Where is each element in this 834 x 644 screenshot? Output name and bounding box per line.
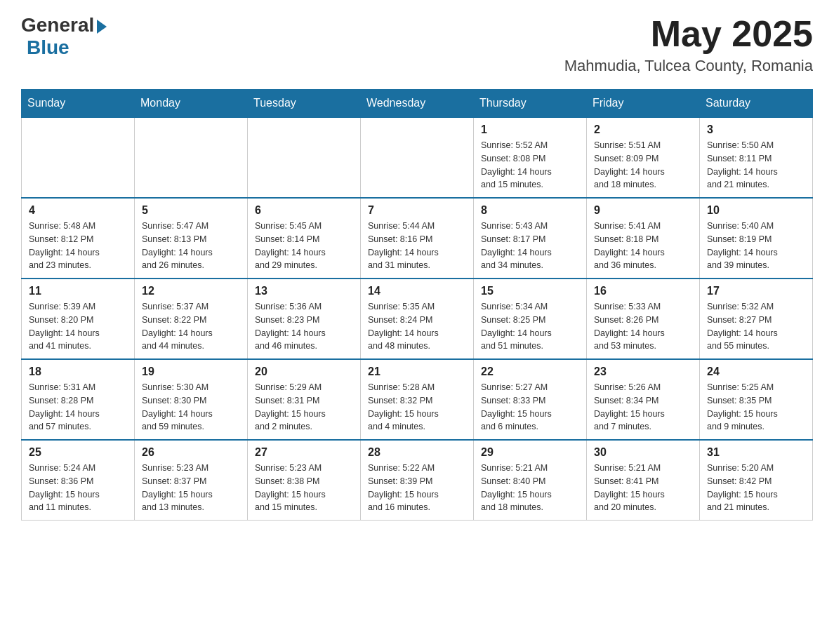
calendar-cell xyxy=(361,117,474,198)
calendar-cell xyxy=(135,117,248,198)
calendar-cell: 27Sunrise: 5:23 AM Sunset: 8:38 PM Dayli… xyxy=(248,440,361,521)
day-number: 29 xyxy=(481,446,579,459)
day-number: 12 xyxy=(142,285,240,297)
weekday-header-saturday: Saturday xyxy=(700,90,813,118)
day-number: 20 xyxy=(255,365,353,378)
calendar-cell: 5Sunrise: 5:47 AM Sunset: 8:13 PM Daylig… xyxy=(135,198,248,279)
day-number: 10 xyxy=(707,204,805,217)
day-info: Sunrise: 5:45 AM Sunset: 8:14 PM Dayligh… xyxy=(255,220,353,272)
calendar-cell xyxy=(22,117,135,198)
day-number: 21 xyxy=(368,365,466,378)
calendar-cell: 4Sunrise: 5:48 AM Sunset: 8:12 PM Daylig… xyxy=(22,198,135,279)
day-number: 1 xyxy=(481,123,579,136)
day-info: Sunrise: 5:40 AM Sunset: 8:19 PM Dayligh… xyxy=(707,220,805,272)
day-number: 16 xyxy=(594,285,692,297)
calendar-cell: 6Sunrise: 5:45 AM Sunset: 8:14 PM Daylig… xyxy=(248,198,361,279)
calendar-cell: 14Sunrise: 5:35 AM Sunset: 8:24 PM Dayli… xyxy=(361,279,474,359)
day-number: 23 xyxy=(594,365,692,378)
calendar-cell: 22Sunrise: 5:27 AM Sunset: 8:33 PM Dayli… xyxy=(474,359,587,440)
day-number: 4 xyxy=(29,204,127,217)
day-info: Sunrise: 5:39 AM Sunset: 8:20 PM Dayligh… xyxy=(29,300,127,353)
day-info: Sunrise: 5:48 AM Sunset: 8:12 PM Dayligh… xyxy=(29,220,127,272)
calendar-cell: 19Sunrise: 5:30 AM Sunset: 8:30 PM Dayli… xyxy=(135,359,248,440)
day-info: Sunrise: 5:24 AM Sunset: 8:36 PM Dayligh… xyxy=(29,462,127,514)
calendar-cell: 17Sunrise: 5:32 AM Sunset: 8:27 PM Dayli… xyxy=(700,279,813,359)
calendar-cell: 7Sunrise: 5:44 AM Sunset: 8:16 PM Daylig… xyxy=(361,198,474,279)
calendar-cell: 2Sunrise: 5:51 AM Sunset: 8:09 PM Daylig… xyxy=(587,117,700,198)
calendar-cell: 12Sunrise: 5:37 AM Sunset: 8:22 PM Dayli… xyxy=(135,279,248,359)
day-info: Sunrise: 5:36 AM Sunset: 8:23 PM Dayligh… xyxy=(255,300,353,353)
calendar-cell: 28Sunrise: 5:22 AM Sunset: 8:39 PM Dayli… xyxy=(361,440,474,521)
week-row-4: 18Sunrise: 5:31 AM Sunset: 8:28 PM Dayli… xyxy=(22,359,813,440)
weekday-header-monday: Monday xyxy=(135,90,248,118)
day-info: Sunrise: 5:28 AM Sunset: 8:32 PM Dayligh… xyxy=(368,381,466,434)
day-number: 15 xyxy=(481,285,579,297)
day-info: Sunrise: 5:20 AM Sunset: 8:42 PM Dayligh… xyxy=(707,462,805,514)
calendar-cell: 1Sunrise: 5:52 AM Sunset: 8:08 PM Daylig… xyxy=(474,117,587,198)
week-row-5: 25Sunrise: 5:24 AM Sunset: 8:36 PM Dayli… xyxy=(22,440,813,521)
weekday-header-sunday: Sunday xyxy=(22,90,135,118)
day-info: Sunrise: 5:26 AM Sunset: 8:34 PM Dayligh… xyxy=(594,381,692,434)
day-number: 7 xyxy=(368,204,466,217)
calendar-cell: 31Sunrise: 5:20 AM Sunset: 8:42 PM Dayli… xyxy=(700,440,813,521)
logo-arrow-icon xyxy=(97,20,107,34)
day-number: 14 xyxy=(368,285,466,297)
day-number: 13 xyxy=(255,285,353,297)
day-info: Sunrise: 5:33 AM Sunset: 8:26 PM Dayligh… xyxy=(594,300,692,353)
day-info: Sunrise: 5:31 AM Sunset: 8:28 PM Dayligh… xyxy=(29,381,127,434)
logo-general-text: General xyxy=(21,14,94,36)
day-info: Sunrise: 5:34 AM Sunset: 8:25 PM Dayligh… xyxy=(481,300,579,353)
weekday-header-row: SundayMondayTuesdayWednesdayThursdayFrid… xyxy=(22,90,813,118)
day-info: Sunrise: 5:25 AM Sunset: 8:35 PM Dayligh… xyxy=(707,381,805,434)
location-subtitle: Mahmudia, Tulcea County, Romania xyxy=(564,57,813,75)
day-info: Sunrise: 5:50 AM Sunset: 8:11 PM Dayligh… xyxy=(707,139,805,192)
day-info: Sunrise: 5:35 AM Sunset: 8:24 PM Dayligh… xyxy=(368,300,466,353)
day-info: Sunrise: 5:30 AM Sunset: 8:30 PM Dayligh… xyxy=(142,381,240,434)
calendar-cell: 10Sunrise: 5:40 AM Sunset: 8:19 PM Dayli… xyxy=(700,198,813,279)
day-number: 24 xyxy=(707,365,805,378)
page-header: General Blue May 2025 Mahmudia, Tulcea C… xyxy=(21,14,813,75)
calendar-cell: 30Sunrise: 5:21 AM Sunset: 8:41 PM Dayli… xyxy=(587,440,700,521)
day-info: Sunrise: 5:52 AM Sunset: 8:08 PM Dayligh… xyxy=(481,139,579,192)
day-number: 30 xyxy=(594,446,692,459)
day-number: 11 xyxy=(29,285,127,297)
day-number: 25 xyxy=(29,446,127,459)
day-number: 9 xyxy=(594,204,692,217)
calendar-cell: 26Sunrise: 5:23 AM Sunset: 8:37 PM Dayli… xyxy=(135,440,248,521)
day-number: 3 xyxy=(707,123,805,136)
logo-blue-text: Blue xyxy=(27,36,70,59)
day-info: Sunrise: 5:44 AM Sunset: 8:16 PM Dayligh… xyxy=(368,220,466,272)
calendar-cell: 8Sunrise: 5:43 AM Sunset: 8:17 PM Daylig… xyxy=(474,198,587,279)
calendar-cell xyxy=(248,117,361,198)
weekday-header-tuesday: Tuesday xyxy=(248,90,361,118)
day-number: 22 xyxy=(481,365,579,378)
calendar-cell: 24Sunrise: 5:25 AM Sunset: 8:35 PM Dayli… xyxy=(700,359,813,440)
day-number: 28 xyxy=(368,446,466,459)
calendar-cell: 3Sunrise: 5:50 AM Sunset: 8:11 PM Daylig… xyxy=(700,117,813,198)
day-number: 8 xyxy=(481,204,579,217)
week-row-1: 1Sunrise: 5:52 AM Sunset: 8:08 PM Daylig… xyxy=(22,117,813,198)
day-number: 17 xyxy=(707,285,805,297)
weekday-header-friday: Friday xyxy=(587,90,700,118)
title-block: May 2025 Mahmudia, Tulcea County, Romani… xyxy=(564,14,813,75)
weekday-header-wednesday: Wednesday xyxy=(361,90,474,118)
calendar-cell: 23Sunrise: 5:26 AM Sunset: 8:34 PM Dayli… xyxy=(587,359,700,440)
day-number: 19 xyxy=(142,365,240,378)
week-row-2: 4Sunrise: 5:48 AM Sunset: 8:12 PM Daylig… xyxy=(22,198,813,279)
day-info: Sunrise: 5:41 AM Sunset: 8:18 PM Dayligh… xyxy=(594,220,692,272)
calendar-cell: 25Sunrise: 5:24 AM Sunset: 8:36 PM Dayli… xyxy=(22,440,135,521)
week-row-3: 11Sunrise: 5:39 AM Sunset: 8:20 PM Dayli… xyxy=(22,279,813,359)
day-number: 31 xyxy=(707,446,805,459)
calendar-cell: 13Sunrise: 5:36 AM Sunset: 8:23 PM Dayli… xyxy=(248,279,361,359)
day-number: 27 xyxy=(255,446,353,459)
day-info: Sunrise: 5:21 AM Sunset: 8:41 PM Dayligh… xyxy=(594,462,692,514)
day-info: Sunrise: 5:37 AM Sunset: 8:22 PM Dayligh… xyxy=(142,300,240,353)
month-year-title: May 2025 xyxy=(564,14,813,54)
day-info: Sunrise: 5:23 AM Sunset: 8:38 PM Dayligh… xyxy=(255,462,353,514)
day-info: Sunrise: 5:27 AM Sunset: 8:33 PM Dayligh… xyxy=(481,381,579,434)
day-number: 5 xyxy=(142,204,240,217)
day-info: Sunrise: 5:43 AM Sunset: 8:17 PM Dayligh… xyxy=(481,220,579,272)
weekday-header-thursday: Thursday xyxy=(474,90,587,118)
day-info: Sunrise: 5:22 AM Sunset: 8:39 PM Dayligh… xyxy=(368,462,466,514)
calendar-cell: 15Sunrise: 5:34 AM Sunset: 8:25 PM Dayli… xyxy=(474,279,587,359)
